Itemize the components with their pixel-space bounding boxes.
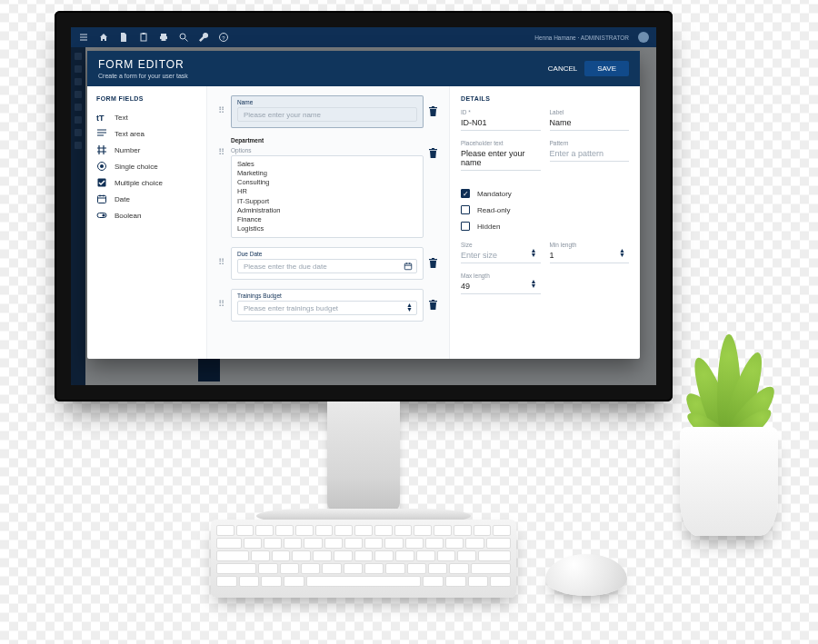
maxlength-input[interactable]: 49 ▲▼ [461,281,541,294]
print-icon[interactable] [158,32,169,43]
home-icon[interactable] [98,32,109,43]
details-title: DETAILS [461,95,629,102]
avatar[interactable] [638,32,649,43]
list-item[interactable]: Consulting [237,178,417,187]
hidden-checkbox[interactable]: Hidden [461,218,629,234]
form-editor-modal: FORM EDITOR Create a form for your user … [87,51,640,359]
size-label: Size [461,242,541,248]
placeholder-input[interactable]: Please enter your name [461,148,541,171]
drag-handle-icon[interactable]: ⠿ [218,247,225,267]
svg-text:tT: tT [96,114,105,123]
calendar-icon[interactable] [404,262,413,271]
svg-rect-1 [143,33,145,35]
spinner-icon[interactable]: ▲▼ [531,249,537,258]
options-list[interactable]: Sales Marketing Consulting HR IT-Support… [231,155,424,238]
field-type-label: Boolean [115,212,141,220]
delete-block-icon[interactable] [429,247,438,268]
modal-subtitle: Create a form for your user task [98,73,188,79]
svg-rect-2 [161,34,166,36]
list-item[interactable]: IT-Support [237,197,417,206]
svg-rect-15 [404,263,412,270]
save-button[interactable]: SAVE [584,61,629,76]
field-type-number[interactable]: Number [96,142,197,158]
options-label: Options [231,147,424,154]
block-label: Due Date [237,251,417,257]
canvas-block-name[interactable]: ⠿ Name Please enter your name [218,95,438,128]
clipboard-icon[interactable] [138,32,149,43]
checkbox-icon: ✓ [461,189,470,198]
delete-block-icon[interactable] [429,289,438,310]
block-placeholder[interactable]: Please enter the due date [237,259,417,273]
svg-point-10 [100,164,104,168]
canvas-block-department[interactable]: ⠿ Department Options Sales Marketing Con [218,137,438,238]
checkbox-icon [461,222,470,231]
help-icon[interactable]: ? [218,32,229,43]
svg-rect-0 [141,34,146,41]
block-placeholder[interactable]: Please enter trainings budget ▲▼ [237,301,417,315]
user-label: Henna Hamane · ADMINISTRATOR [534,35,629,41]
file-icon[interactable] [118,32,129,43]
field-type-boolean[interactable]: Boolean [96,207,197,223]
spinner-icon[interactable]: ▲▼ [406,303,413,312]
menu-icon[interactable] [78,32,89,43]
list-item[interactable]: Sales [237,160,417,169]
monitor-frame: ? Henna Hamane · ADMINISTRATOR [55,11,673,592]
delete-block-icon[interactable] [429,95,438,116]
modal-header: FORM EDITOR Create a form for your user … [87,51,640,86]
textarea-icon [96,128,107,139]
drag-handle-icon[interactable]: ⠿ [218,289,225,309]
readonly-checkbox[interactable]: Read-only [461,202,629,218]
list-item[interactable]: HR [237,187,417,196]
cancel-button[interactable]: CANCEL [548,64,577,73]
size-input[interactable]: Enter size ▲▼ [461,250,541,263]
block-label: Name [237,99,417,105]
field-type-label: Number [115,146,140,154]
delete-block-icon[interactable] [429,137,438,158]
details-panel: DETAILS ID * ID-N01 Label Nam [449,86,640,359]
checkbox-label: Mandatory [477,190,512,198]
number-icon [96,144,107,155]
list-item[interactable]: Administration [237,206,417,215]
svg-rect-12 [98,196,106,203]
plant-pot [680,427,778,536]
list-item[interactable]: Logistics [237,224,417,233]
field-type-date[interactable]: Date [96,191,197,207]
field-type-label: Single choice [115,163,158,171]
canvas-block-trainings-budget[interactable]: ⠿ Trainings Budget Please enter training… [218,289,438,322]
svg-point-14 [102,213,105,216]
svg-rect-4 [162,39,166,41]
drag-handle-icon[interactable]: ⠿ [218,95,225,115]
field-type-text[interactable]: tT Text [96,109,197,125]
modal-title: FORM EDITOR [98,58,188,71]
field-type-textarea[interactable]: Text area [96,125,197,142]
spinner-icon[interactable]: ▲▼ [619,249,625,258]
checkbox-label: Read-only [477,206,510,214]
form-fields-panel: FORM FIELDS tT Text [87,86,207,359]
label-input[interactable]: Name [550,117,630,131]
spinner-icon[interactable]: ▲▼ [531,280,537,289]
field-type-single-choice[interactable]: Single choice [96,158,197,174]
app-toolbar: ? Henna Hamane · ADMINISTRATOR [71,27,656,47]
wrench-icon[interactable] [198,32,209,43]
search-icon[interactable] [178,32,189,43]
svg-rect-3 [160,36,167,39]
maxlength-label: Max length [461,272,541,279]
radio-icon [96,161,107,172]
drag-handle-icon[interactable]: ⠿ [218,137,225,157]
canvas-block-due-date[interactable]: ⠿ Due Date Please enter the due date [218,247,438,280]
minlength-input[interactable]: 1 ▲▼ [550,250,630,263]
id-input[interactable]: ID-N01 [461,117,541,131]
field-type-multiple-choice[interactable]: Multiple choice [96,174,197,191]
pattern-input[interactable]: Enter a pattern [550,148,630,162]
plant-decoration [665,316,793,443]
field-type-label: Text area [115,130,145,138]
pattern-label: Pattern [550,140,630,146]
id-label: ID * [461,109,541,115]
mandatory-checkbox[interactable]: ✓ Mandatory [461,185,629,202]
text-icon: tT [96,112,107,123]
block-placeholder[interactable]: Please enter your name [237,107,417,122]
list-item[interactable]: Marketing [237,169,417,178]
list-item[interactable]: Finance [237,215,417,224]
form-fields-title: FORM FIELDS [96,95,197,102]
toggle-icon [96,210,107,221]
